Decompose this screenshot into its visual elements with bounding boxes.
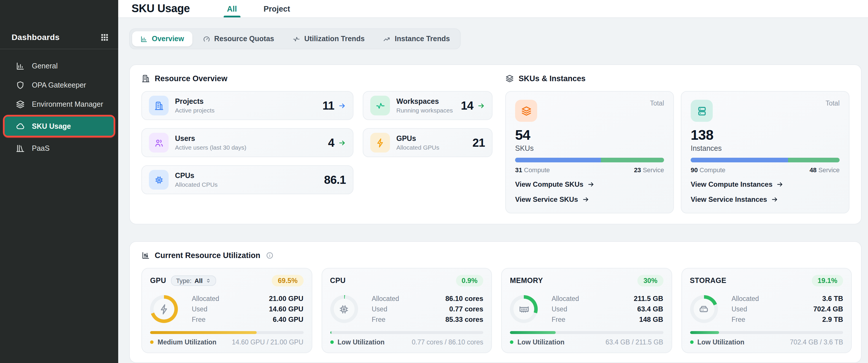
tile-projects[interactable]: Projects Active projects 11: [142, 91, 353, 120]
gpu-type-select[interactable]: Type: All: [170, 275, 216, 286]
sidebar-nav: General OPA Gatekeeper Environment Manag…: [0, 49, 118, 158]
arrow-right-icon[interactable]: [477, 102, 485, 109]
utilization-card: Current Resource Utilization GPU Type: A…: [129, 241, 862, 363]
view-compute-skus-link[interactable]: View Compute SKUs: [515, 180, 664, 189]
storage-utilization-card: STORAGE 19.1% Allocated3.6 TB Used702.4 …: [681, 268, 852, 353]
memory-utilization-card: MEMORY 30% Allocated211.5 GB Used63.4 GB…: [501, 268, 672, 353]
tab-resource-quotas[interactable]: Resource Quotas: [194, 31, 282, 47]
progress-fill: [150, 331, 257, 334]
tile-name: GPUs: [396, 134, 439, 143]
row-value: 21.00 GPU: [269, 295, 303, 303]
info-icon[interactable]: [266, 252, 274, 259]
users-icon: [154, 138, 164, 147]
utilization-percent-badge: 19.1%: [812, 275, 843, 286]
arrow-right-icon: [771, 196, 778, 203]
row-label: Used: [192, 306, 208, 312]
status-label: Low Utilization: [698, 339, 744, 345]
row-value: 3.6 TB: [822, 295, 843, 303]
usage-ratio: 702.4 GB / 3.6 TB: [790, 339, 843, 345]
status-dot: [690, 340, 693, 344]
tile-users[interactable]: Users Active users (last 30 days) 4: [142, 128, 353, 157]
arrow-right-icon[interactable]: [338, 139, 346, 146]
row-label: Free: [192, 316, 206, 323]
scope-tabs: All Project: [223, 0, 313, 18]
sidebar-item-general[interactable]: General: [0, 56, 118, 75]
sidebar-item-opa-gatekeeper[interactable]: OPA Gatekeeper: [0, 75, 118, 94]
tile-value: 21: [472, 136, 485, 149]
sidebar-title: Dashboards: [11, 32, 60, 42]
usage-ratio: 63.4 GB / 211.5 GB: [606, 339, 663, 345]
row-value: 86.10 cores: [445, 295, 483, 303]
shield-icon: [16, 80, 25, 90]
sku-usage-dashboard: Dashboards General OPA Gatekeeper Enviro…: [0, 0, 868, 363]
sidebar-item-sku-usage[interactable]: SKU Usage: [5, 116, 114, 136]
row-value: 2.9 TB: [822, 315, 843, 324]
histogram-icon: [142, 251, 150, 260]
red-highlight-box: SKU Usage: [3, 115, 115, 137]
building-icon: [142, 74, 150, 83]
tab-utilization-trends[interactable]: Utilization Trends: [284, 31, 373, 47]
card-title: STORAGE: [690, 277, 726, 285]
tile-desc: Running workspaces: [396, 106, 453, 114]
sidebar-item-paas[interactable]: PaaS: [0, 139, 118, 158]
memory-utilization-ring: [510, 295, 538, 323]
tab-label: Overview: [152, 35, 184, 43]
server-icon: [696, 105, 707, 116]
tab-instance-trends[interactable]: Instance Trends: [375, 31, 458, 47]
usage-ratio: 14.60 GPU / 21.00 GPU: [232, 339, 303, 345]
card-title: GPU: [150, 277, 166, 285]
tile-name: CPUs: [175, 171, 218, 180]
row-label: Free: [372, 316, 385, 323]
row-label: Allocated: [552, 295, 579, 302]
utilization-percent-badge: 30%: [638, 275, 663, 286]
tab-all[interactable]: All: [223, 0, 241, 18]
service-count: 48Service: [809, 166, 840, 173]
view-service-instances-link[interactable]: View Service Instances: [691, 195, 840, 203]
sidebar-item-label: Environment Manager: [32, 100, 103, 108]
view-tab-bar: Overview Resource Quotas Utilization Tre…: [129, 28, 461, 49]
building-icon: [154, 101, 164, 110]
utilization-percent-badge: 69.5%: [272, 275, 303, 286]
activity-icon: [292, 35, 300, 43]
trend-up-icon: [383, 35, 391, 43]
tab-project[interactable]: Project: [260, 0, 294, 18]
instances-total-value: 138: [691, 127, 840, 143]
row-label: Used: [552, 306, 567, 312]
metric-tiles: Projects Active projects 11 Works: [142, 91, 493, 194]
skus-card: Total 54 SKUs 31Compute 23Service: [505, 91, 674, 214]
cloud-icon: [16, 121, 25, 131]
view-compute-instances-link[interactable]: View Compute Instances: [691, 180, 840, 189]
layers-icon: [505, 74, 514, 83]
layers-icon: [521, 105, 532, 116]
row-value: 148 GB: [639, 315, 663, 324]
gpu-utilization-ring: [150, 295, 178, 323]
total-label: Total: [650, 100, 664, 107]
chip-icon: [338, 304, 349, 314]
sidebar-item-environment-manager[interactable]: Environment Manager: [0, 94, 118, 114]
compute-count: 90Compute: [691, 166, 725, 173]
tile-name: Users: [175, 134, 246, 143]
service-count: 23Service: [634, 166, 664, 173]
arrow-right-icon[interactable]: [338, 102, 346, 109]
row-label: Used: [732, 306, 747, 312]
tile-workspaces[interactable]: Workspaces Running workspaces 14: [363, 91, 493, 120]
drive-icon: [698, 304, 709, 314]
total-label: Total: [826, 100, 840, 107]
row-label: Allocated: [192, 295, 219, 302]
row-value: 6.40 GPU: [273, 315, 303, 324]
row-value: 211.5 GB: [634, 295, 663, 303]
instances-card: Total 138 Instances 90Compute 48Service: [681, 91, 849, 214]
view-service-skus-link[interactable]: View Service SKUs: [515, 195, 664, 203]
progress-fill: [510, 331, 556, 334]
tile-desc: Active projects: [175, 106, 215, 114]
main-area: SKU Usage All Project Overview Resource …: [118, 0, 868, 363]
library-icon: [16, 143, 25, 153]
row-value: 0.77 cores: [450, 305, 483, 313]
sidebar-item-label: PaaS: [32, 144, 50, 152]
instances-compute-service-bar: [691, 158, 840, 162]
row-value: 14.60 GPU: [269, 305, 303, 313]
progress-fill: [690, 331, 719, 334]
tab-overview[interactable]: Overview: [132, 31, 192, 47]
grid-icon[interactable]: [100, 33, 109, 41]
row-value: 702.4 GB: [813, 305, 843, 313]
